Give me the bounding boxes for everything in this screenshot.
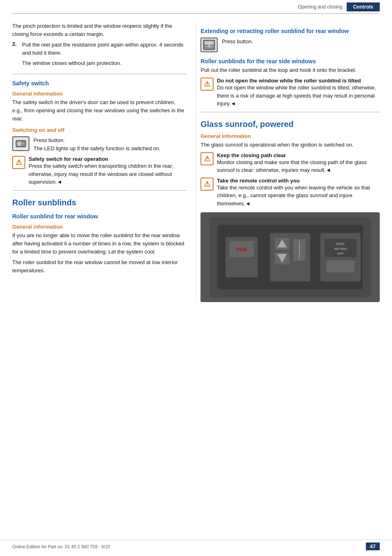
header-controls-label: Controls	[347, 2, 380, 11]
roller-rear-window-title: Roller sunblind for rear window	[12, 213, 186, 220]
footer-page-number: 47	[366, 543, 380, 550]
warning-4-text: Take the remote control with you when le…	[217, 184, 380, 208]
svg-text:PASS: PASS	[336, 242, 345, 246]
safety-switch-button-icon	[12, 136, 29, 151]
warning-1-text: Press the safety switch when transportin…	[29, 162, 186, 186]
svg-text:OFF: OFF	[337, 252, 344, 256]
content-area: The pinch protection is limited and the …	[0, 14, 392, 310]
divider-2	[12, 190, 186, 191]
svg-rect-1	[17, 142, 21, 146]
sunroof-control-image: SOS PASS AIR BAG OFF	[200, 212, 380, 302]
svg-text:AIR BAG: AIR BAG	[334, 247, 347, 251]
warning-3-text: Monitor closing and make sure that the c…	[217, 158, 380, 174]
page-header: Opening and closing Controls	[12, 0, 380, 14]
press-button-1: Press button.	[33, 136, 160, 145]
warning-box-4: ⚠ Take the remote control with you Take …	[200, 178, 380, 208]
warning-icon-3: ⚠	[200, 152, 214, 165]
warning-icon-4: ⚠	[200, 178, 214, 191]
general-info-text-3: The roller sunblind for the rear window …	[12, 258, 186, 275]
glass-sunroof-title: Glass sunroof, powered	[200, 120, 380, 129]
svg-point-2	[22, 142, 24, 145]
page-footer: Online Edition for Part no. 01 40 2 960 …	[0, 540, 392, 550]
svg-text:SOS: SOS	[237, 247, 247, 252]
warning-3-title: Keep the closing path clear	[217, 152, 380, 158]
warning-box-3: ⚠ Keep the closing path clear Monitor cl…	[200, 152, 380, 174]
general-info-title-3: General information	[200, 133, 380, 139]
footer-online-text: Online Edition for Part no. 01 40 2 960 …	[12, 544, 110, 549]
intro-text-1: The pinch protection is limited and the …	[12, 22, 186, 38]
step-2-subtext: The window closes without jam protection…	[22, 59, 186, 67]
left-column: The pinch protection is limited and the …	[12, 22, 196, 302]
warning-box-1: ⚠ Safety switch for rear operation Press…	[12, 156, 186, 186]
roller-side-text: Pull out the roller sunblind at the loop…	[200, 66, 380, 74]
general-info-title-1: General information	[12, 91, 186, 97]
safety-switch-title: Safety switch	[12, 80, 186, 87]
divider-3	[200, 112, 380, 112]
extending-title: Extending or retracting roller sunblind …	[200, 28, 380, 34]
led-text: The LED lights up if the safety function…	[33, 145, 160, 153]
svg-rect-4	[205, 41, 214, 44]
general-info-title-2: General information	[12, 224, 186, 230]
header-opening-label: Opening and closing	[298, 4, 346, 10]
button-icon-row-1: Press button. The LED lights up if the s…	[12, 136, 186, 153]
roller-sunblinds-title: Roller sunblinds	[12, 198, 186, 207]
button-icon-row-2: Press button.	[200, 38, 380, 52]
press-button-2: Press button.	[222, 38, 253, 46]
warning-2-title: Do not open the window while the roller …	[217, 78, 380, 84]
svg-rect-25	[326, 260, 354, 273]
warning-1-title: Safety switch for rear operation	[29, 156, 186, 162]
roller-side-title: Roller sunblinds for the rear side windo…	[200, 58, 380, 64]
roller-sunblind-button-icon	[200, 38, 218, 52]
step-2: 2. Pull the reel past the resistance poi…	[12, 41, 186, 69]
step-2-number: 2.	[12, 41, 20, 69]
warning-4-title: Take the remote control with you	[217, 178, 380, 184]
right-column: Extending or retracting roller sunblind …	[196, 22, 380, 302]
general-info-text-4: The glass sunroof is operational when th…	[200, 141, 380, 149]
warning-2-text: Do not open the window while the roller …	[217, 84, 380, 108]
header-section: Opening and closing Controls	[298, 2, 380, 11]
general-info-text-1: The safety switch in the driver's door c…	[12, 98, 186, 123]
warning-box-2: ⚠ Do not open the window while the rolle…	[200, 78, 380, 108]
warning-icon-2: ⚠	[200, 78, 214, 91]
general-info-text-2: If you are no longer able to move the ro…	[12, 231, 186, 256]
divider-1	[12, 74, 186, 74]
switching-title: Switching on and off	[12, 127, 186, 133]
step-2-text: Pull the reel past the resistance point …	[22, 42, 183, 56]
warning-icon-1: ⚠	[12, 156, 25, 169]
